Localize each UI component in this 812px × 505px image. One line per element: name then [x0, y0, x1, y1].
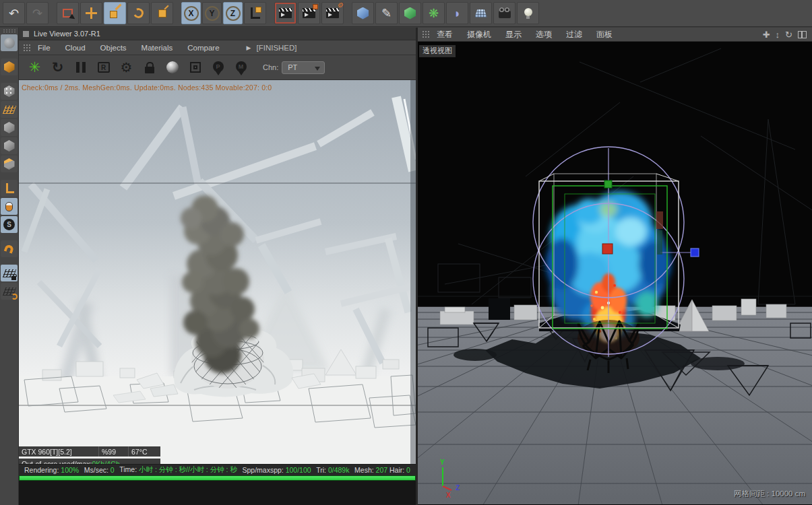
rotate-icon: [132, 7, 145, 20]
undo-button[interactable]: ↶: [3, 2, 25, 24]
light-bulb-icon: [524, 8, 532, 16]
viewport-menu-grip-icon[interactable]: [422, 30, 430, 38]
render-view-button[interactable]: [274, 2, 296, 24]
subdivision-surface-button[interactable]: [399, 2, 421, 24]
menu-cloud[interactable]: Cloud: [65, 44, 86, 52]
viewport-solo-button[interactable]: [1, 198, 18, 215]
viewport-pan-icon[interactable]: ✚: [763, 30, 770, 39]
deformer-button[interactable]: ◗: [446, 2, 468, 24]
channel-dropdown[interactable]: PT: [282, 61, 325, 74]
viewport-menu-options[interactable]: 选项: [536, 29, 552, 40]
last-tool-icon: [158, 9, 166, 18]
menu-arrow-icon[interactable]: ▶: [247, 44, 251, 51]
render-settings-icon: [326, 8, 339, 18]
enable-snap-button[interactable]: [1, 240, 18, 257]
viewport-menu-panel[interactable]: 面板: [596, 29, 613, 40]
main-toolbar: ↶ ↷ X Y Z ⚙ ✎ ❋ ◗: [0, 0, 812, 27]
viewport-maximize-icon[interactable]: [798, 31, 807, 38]
magnet-icon: [4, 244, 15, 254]
live-viewer-title: Live Viewer 3.07-R1: [34, 30, 100, 38]
lock-z-axis-button[interactable]: Z: [223, 2, 243, 24]
light-button[interactable]: [517, 2, 539, 24]
edges-mode-button[interactable]: [1, 137, 18, 154]
scale-tool-button[interactable]: [104, 2, 126, 24]
grid-spacing-info: 网格间距 : 10000 cm: [734, 489, 805, 499]
pick-material-pin-button[interactable]: M: [230, 57, 251, 77]
render-region-button[interactable]: [185, 57, 206, 77]
mssec-label: Ms/sec:: [84, 466, 108, 474]
restart-render-button[interactable]: ↻: [47, 57, 68, 77]
hair-label: Hair:: [389, 466, 404, 474]
pen-icon: ✎: [381, 7, 392, 20]
viewport-scene[interactable]: 透视视图 网格间距 : 10000 cm: [418, 42, 812, 504]
edges-cube-icon: [4, 140, 15, 152]
viewport-menu-camera[interactable]: 摄像机: [467, 29, 491, 40]
application-window: ↶ ↷ X Y Z ⚙ ✎ ❋ ◗: [0, 0, 812, 505]
snap-settings-button[interactable]: S: [1, 216, 18, 233]
live-viewer-menubar: File Cloud Objects Materials Compare ▶ […: [19, 40, 416, 55]
viewport-view-label[interactable]: 透视视图: [419, 45, 456, 57]
viewport-zoom-icon[interactable]: ↕: [776, 30, 780, 39]
render-picture-viewer-button[interactable]: [298, 2, 320, 24]
camera-icon: [499, 11, 511, 18]
menu-materials[interactable]: Materials: [142, 44, 173, 52]
viewport-menu-display[interactable]: 显示: [505, 29, 522, 40]
points-cube-icon: [4, 122, 15, 133]
workplane-lock-button[interactable]: [1, 265, 18, 281]
coordinate-system-button[interactable]: [244, 2, 266, 24]
render-image: [19, 80, 416, 489]
camera-button[interactable]: [493, 2, 516, 24]
generator-button[interactable]: ❋: [423, 2, 445, 24]
gizmo-x-label: X: [446, 492, 451, 499]
menu-grip-icon[interactable]: [23, 44, 31, 52]
rotate-tool-button[interactable]: [127, 2, 150, 24]
viewport-menu-filter[interactable]: 过滤: [566, 29, 582, 40]
selection-icon: [63, 9, 73, 18]
lock-x-axis-button[interactable]: X: [181, 2, 201, 24]
workplane-mode-button[interactable]: [1, 283, 18, 300]
move-icon: [86, 7, 97, 19]
octane-logo-button[interactable]: ✳: [24, 57, 45, 77]
kernel-settings-button[interactable]: ⚙: [116, 57, 137, 77]
pause-render-button[interactable]: [70, 57, 91, 77]
sculpt-mode-button[interactable]: [1, 34, 18, 51]
lock-y-axis-button[interactable]: Y: [202, 2, 222, 24]
menu-file[interactable]: File: [38, 44, 51, 52]
add-primitive-button[interactable]: [352, 2, 374, 24]
points-mode-button[interactable]: [1, 119, 18, 136]
material-ball-icon: [166, 61, 179, 73]
pick-material-button[interactable]: [162, 57, 183, 77]
move-tool-button[interactable]: [80, 2, 102, 24]
region-icon: [190, 62, 201, 73]
reset-render-button[interactable]: R: [93, 57, 114, 77]
scale-icon: [110, 11, 117, 18]
x-axis-label: X: [184, 6, 199, 21]
enable-axis-button[interactable]: [1, 180, 18, 197]
render-settings-button[interactable]: ⚙: [321, 2, 344, 24]
lock-resolution-button[interactable]: [139, 57, 160, 77]
menu-compare[interactable]: Compare: [187, 44, 219, 52]
model-mode-button[interactable]: [1, 83, 18, 100]
live-viewer-titlebar[interactable]: Live Viewer 3.07-R1: [19, 28, 416, 40]
spline-pen-button[interactable]: ✎: [375, 2, 398, 24]
restart-icon: ↻: [52, 59, 64, 75]
environment-button[interactable]: [470, 2, 492, 24]
texture-grid-icon: [2, 106, 15, 114]
texture-mode-button[interactable]: [1, 101, 18, 118]
viewport-menu-view[interactable]: 查看: [437, 29, 453, 40]
spp-label: Spp/maxspp:: [242, 466, 283, 474]
live-selection-button[interactable]: [57, 2, 79, 24]
render-status-bar: Rendering: 100% Ms/sec: 0 Time: 小时 : 分钟 …: [19, 464, 416, 475]
pick-focus-button[interactable]: P: [208, 57, 228, 77]
render-viewport[interactable]: Check:0ms / 2ms. MeshGen:0ms. Update:0ms…: [19, 80, 416, 489]
make-editable-button[interactable]: [1, 59, 18, 75]
viewport-rotate-icon[interactable]: ↻: [785, 30, 792, 39]
gpu-temperature: 67°C: [128, 446, 160, 457]
last-tool-button[interactable]: [151, 2, 173, 24]
menu-objects[interactable]: Objects: [100, 44, 127, 52]
palette-grip[interactable]: [3, 29, 16, 33]
reset-r-icon: R: [98, 62, 110, 73]
viewport-3d-scene: Y X Z: [418, 42, 812, 504]
polygons-mode-button[interactable]: [1, 156, 18, 172]
redo-button[interactable]: ↷: [26, 2, 49, 24]
